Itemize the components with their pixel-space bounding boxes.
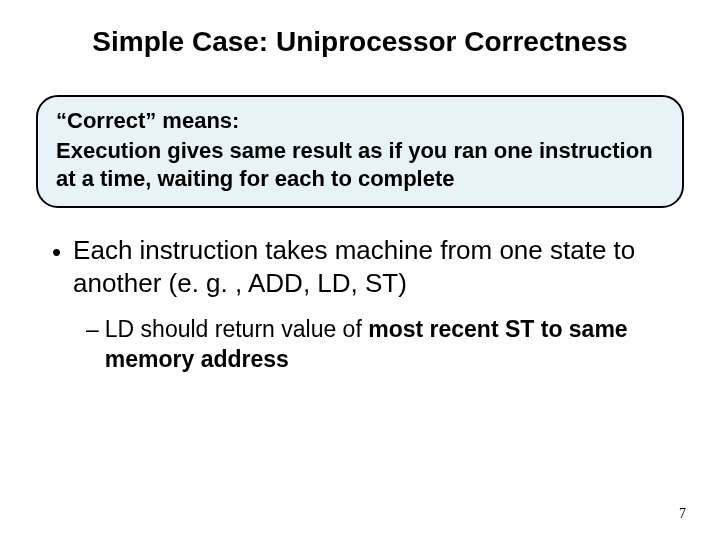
bullet-text: Each instruction takes machine from one … [73,234,668,302]
slide: Simple Case: Uniprocessor Correctness “C… [0,0,720,540]
callout-heading: “Correct” means: [56,107,664,135]
bullet-list: • Each instruction takes machine from on… [52,234,668,375]
callout-body: Execution gives same result as if you ra… [56,137,664,194]
sub-bullet-item: – LD should return value of most recent … [86,315,668,375]
bullet-item: • Each instruction takes machine from on… [52,234,668,302]
page-number: 7 [679,506,686,522]
sub-bullet-list: – LD should return value of most recent … [86,315,668,375]
definition-callout: “Correct” means: Execution gives same re… [36,95,684,208]
sub-bullet-text: LD should return value of most recent ST… [105,315,668,375]
sub-text-plain: LD should return value of [105,316,368,342]
slide-title: Simple Case: Uniprocessor Correctness [26,24,694,59]
bullet-marker: • [52,236,61,269]
sub-bullet-marker: – [86,315,99,345]
